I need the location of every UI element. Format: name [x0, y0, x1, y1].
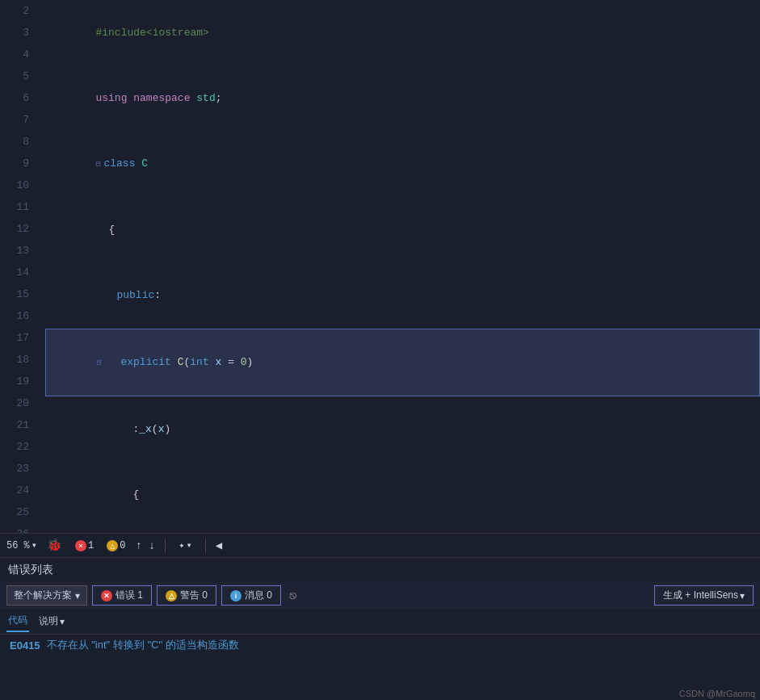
- filter-errors-btn[interactable]: ✕ 错误 1: [92, 585, 152, 606]
- error-filter-icon: ✕: [101, 590, 112, 601]
- build-dropdown-icon: ▾: [740, 590, 745, 601]
- star-icon: ✦: [178, 539, 184, 551]
- star-dropdown-icon[interactable]: ▾: [187, 539, 192, 551]
- code-line-10: [45, 527, 760, 533]
- warning-filter-icon: △: [166, 590, 177, 601]
- editor-area: 2 3 4 5 6 7 8 9 10 11 12 13 14 15 16 17 …: [0, 0, 760, 533]
- build-intellisense-btn[interactable]: 生成 + IntelliSens ▾: [654, 585, 754, 606]
- code-line-4: ⊟class C: [45, 131, 760, 197]
- solution-dropdown-icon: ▾: [75, 590, 80, 601]
- arrow-down-btn[interactable]: ↓: [149, 539, 155, 552]
- error-list-toolbar: 整个解决方案 ▾ ✕ 错误 1 △ 警告 0 i 消息 0 ⎋ 生成 + Int…: [0, 582, 760, 609]
- fold-icon-7[interactable]: ⊟: [96, 352, 104, 374]
- zoom-value: 56 %: [6, 540, 30, 551]
- error-item-code: E0415: [10, 639, 40, 652]
- fold-icon-6[interactable]: [95, 285, 103, 307]
- code-line-8: :_x(x): [45, 396, 760, 462]
- info-filter-icon: i: [230, 590, 241, 601]
- error-list-title: 错误列表: [0, 558, 760, 582]
- filter-warnings-btn[interactable]: △ 警告 0: [157, 585, 216, 606]
- error-item-message: 不存在从 "int" 转换到 "C" 的适当构造函数: [47, 638, 239, 652]
- error-list-tabs: 代码 说明 ▾: [0, 609, 760, 635]
- error-list-content: E0415 不存在从 "int" 转换到 "C" 的适当构造函数: [0, 635, 760, 656]
- error-indicator[interactable]: ✕ 1: [72, 539, 97, 553]
- status-divider1: [165, 539, 166, 553]
- build-label: 生成 + IntelliSens: [663, 589, 738, 602]
- filter-star-btn[interactable]: ✦ ▾: [175, 538, 195, 553]
- tab-code[interactable]: 代码: [6, 610, 29, 632]
- toolbar-separator-icon: ⎋: [289, 588, 297, 604]
- error-item-1[interactable]: E0415 不存在从 "int" 转换到 "C" 的适当构造函数: [10, 638, 750, 652]
- filter-errors-label: 错误 1: [115, 589, 143, 602]
- code-line-9: {: [45, 462, 760, 527]
- code-line-3: using namespace std;: [45, 65, 760, 131]
- tab-desc-container[interactable]: 说明 ▾: [39, 614, 65, 628]
- warning-badge: △: [107, 540, 118, 551]
- fold-icon-4[interactable]: ⊟: [95, 153, 103, 175]
- tab-desc-dropdown-icon[interactable]: ▾: [60, 616, 65, 627]
- debug-icon[interactable]: 🐞: [44, 536, 65, 555]
- filter-info-label: 消息 0: [245, 589, 272, 602]
- filter-warnings-label: 警告 0: [180, 589, 208, 602]
- code-line-2: #include<iostream>: [45, 0, 760, 65]
- zoom-dropdown-icon[interactable]: ▾: [31, 539, 37, 551]
- filter-info-btn[interactable]: i 消息 0: [221, 585, 281, 606]
- error-badge: ✕: [75, 540, 86, 551]
- solution-label: 整个解决方案: [14, 589, 72, 602]
- attribution: CSDN @MrGaomq: [674, 687, 760, 700]
- warning-indicator[interactable]: △ 0: [103, 539, 128, 553]
- tab-desc-label: 说明: [39, 614, 58, 628]
- arrow-left-btn[interactable]: ◀: [216, 539, 222, 552]
- status-bar: 56 % ▾ 🐞 ✕ 1 △ 0 ↑ ↓ ✦ ▾ ◀: [0, 533, 760, 557]
- solution-dropdown[interactable]: 整个解决方案 ▾: [6, 585, 87, 606]
- error-count: 1: [88, 540, 94, 551]
- warning-count: 0: [120, 540, 125, 551]
- code-content[interactable]: #include<iostream> using namespace std; …: [39, 0, 760, 533]
- error-list-panel: 错误列表 整个解决方案 ▾ ✕ 错误 1 △ 警告 0 i 消息 0 ⎋ 生成 …: [0, 557, 760, 700]
- zoom-control[interactable]: 56 % ▾: [6, 539, 37, 551]
- code-line-7: ⊟explicit C(int x = 0): [45, 329, 760, 396]
- code-line-5: {: [45, 197, 760, 262]
- code-line-6: public:: [45, 262, 760, 329]
- line-numbers: 2 3 4 5 6 7 8 9 10 11 12 13 14 15 16 17 …: [0, 0, 39, 533]
- status-divider2: [205, 539, 206, 553]
- arrow-up-btn[interactable]: ↑: [135, 539, 141, 552]
